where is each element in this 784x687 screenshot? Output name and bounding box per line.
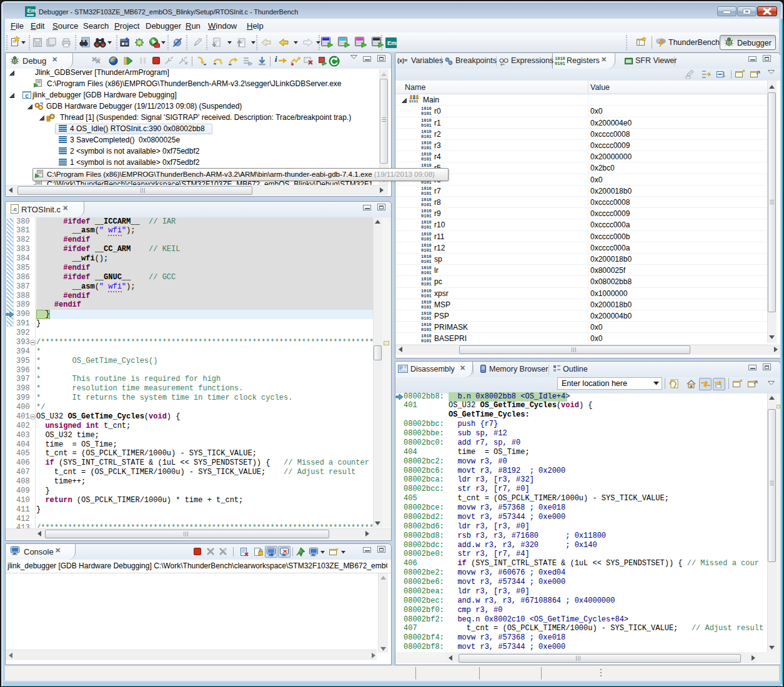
svg-text:c: c <box>25 92 29 99</box>
svg-text:x=: x= <box>500 62 505 66</box>
svg-text:.c: .c <box>12 206 17 212</box>
